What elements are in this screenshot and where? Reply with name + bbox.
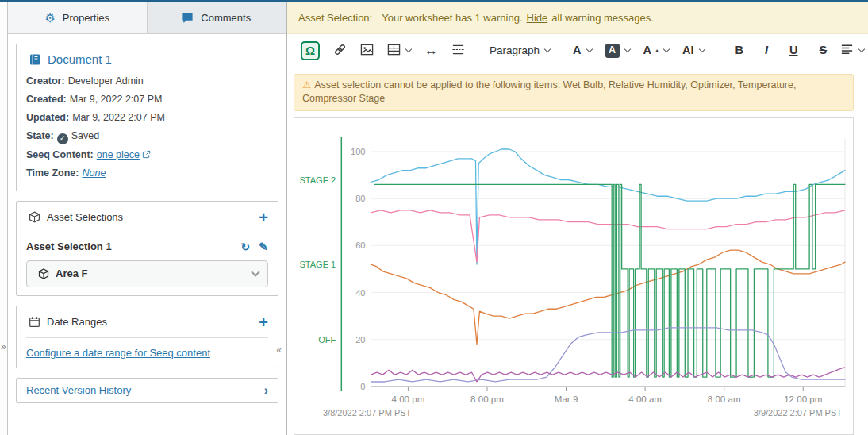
svg-text:60: 60 — [355, 241, 365, 250]
properties-panel: ⚙ Properties Comments Document 1 — [8, 2, 287, 435]
svg-text:4:00 am: 4:00 am — [628, 395, 662, 404]
created-field: Created:Mar 9, 2022 2:07 PM — [26, 90, 268, 109]
date-ranges-title: Date Ranges — [47, 316, 107, 328]
updated-value: Mar 9, 2022 2:07 PM — [72, 112, 165, 123]
state-value: Saved — [71, 130, 99, 141]
chevron-down-icon — [624, 46, 630, 52]
svg-text:8:00 am: 8:00 am — [708, 395, 741, 404]
seeq-content-link[interactable]: one piece — [97, 149, 140, 160]
calendar-icon — [29, 316, 40, 328]
worksheet-warning-bar: Asset Selection: Your worksheet has 1 wa… — [287, 2, 868, 34]
created-value: Mar 9, 2022 2:07 PM — [70, 94, 163, 105]
font-family-icon: AI — [682, 44, 694, 56]
tab-properties-label: Properties — [63, 12, 109, 24]
created-label: Created: — [26, 94, 67, 105]
paragraph-style-select[interactable]: Paragraph — [486, 42, 554, 60]
seeq-logo-icon: Ω — [301, 41, 320, 60]
updated-label: Updated: — [26, 112, 69, 123]
external-link-icon — [142, 150, 151, 159]
chart-time-range: 3/8/2022 2:07 PM PST 3/9/2022 2:07 PM PS… — [298, 407, 850, 419]
chevron-down-icon — [405, 46, 412, 52]
tab-properties[interactable]: ⚙ Properties — [8, 2, 148, 33]
seeq-content-field: Seeq Content:one piece — [26, 146, 268, 164]
document-card: Document 1 Creator:Developer Admin Creat… — [16, 44, 278, 191]
page-break-icon — [451, 43, 465, 58]
chevron-down-icon — [251, 268, 259, 276]
bold-button[interactable]: B — [732, 41, 747, 60]
resize-width-button[interactable]: ↔ — [421, 40, 442, 60]
seeq-app: » ⚙ Properties Comments Documen — [0, 0, 868, 435]
left-collapsed-rail: » — [0, 2, 8, 435]
journal-icon — [29, 53, 41, 66]
chevron-down-icon — [698, 46, 705, 52]
cube-icon — [29, 211, 40, 223]
chevron-down-icon — [544, 46, 551, 52]
insert-table-button[interactable] — [383, 40, 415, 61]
configure-date-range-link[interactable]: Configure a date range for Seeq content — [26, 347, 210, 359]
expand-left-handle[interactable]: » — [1, 341, 6, 352]
updated-field: Updated:Mar 9, 2022 2:07 PM — [26, 109, 268, 127]
warning-bar-suffix: all warning messages. — [551, 12, 654, 24]
chevron-down-icon — [663, 46, 670, 52]
font-color-button[interactable]: A — [569, 41, 595, 60]
add-date-range-button[interactable]: + — [259, 314, 268, 330]
image-icon — [360, 43, 374, 58]
link-icon — [333, 43, 347, 58]
svg-text:8:00 pm: 8:00 pm — [470, 395, 504, 404]
font-size-icon: A — [643, 44, 651, 56]
time-zone-link[interactable]: None — [82, 167, 106, 179]
font-color-icon: A — [573, 44, 581, 56]
paragraph-style-value: Paragraph — [490, 45, 540, 56]
cube-icon — [38, 268, 49, 279]
page-break-button[interactable] — [447, 40, 469, 61]
date-ranges-card: Date Ranges + Configure a date range for… — [16, 306, 278, 368]
saved-check-icon: ✓ — [57, 133, 68, 144]
asset-selections-card: Asset Selections + Asset Selection 1 ↻ ✎… — [16, 201, 278, 296]
asset-selection-warning-text: Asset selection cannot be applied to the… — [302, 79, 796, 104]
time-zone-field: Time Zone:None — [26, 164, 268, 183]
trend-chart[interactable]: 020406080100STAGE 2STAGE 1OFF4:00 pm8:00… — [294, 117, 854, 435]
asset-selection-dropdown[interactable]: Area F — [26, 260, 268, 287]
svg-text:12:00 pm: 12:00 pm — [784, 395, 822, 404]
version-history-label: Recent Version History — [26, 384, 131, 396]
time-zone-label: Time Zone: — [26, 167, 79, 179]
panel-body: Document 1 Creator:Developer Admin Creat… — [8, 34, 286, 435]
chevron-down-icon — [586, 46, 592, 52]
warning-triangle-icon: ⚠ — [302, 79, 311, 90]
font-family-button[interactable]: AI — [678, 41, 709, 60]
chart-canvas[interactable]: 020406080100STAGE 2STAGE 1OFF4:00 pm8:00… — [298, 123, 850, 407]
highlight-color-icon: A — [605, 44, 620, 58]
svg-text:Mar 9: Mar 9 — [555, 395, 578, 404]
add-asset-selection-button[interactable]: + — [259, 210, 268, 225]
edit-asset-selection-icon[interactable]: ✎ — [259, 241, 268, 253]
warning-bar-message: Your worksheet has 1 warning. — [382, 12, 522, 24]
table-icon — [387, 43, 401, 58]
creator-value: Developer Admin — [68, 75, 144, 87]
italic-button[interactable]: I — [761, 41, 772, 60]
alignment-button[interactable] — [836, 40, 868, 61]
creator-field: Creator:Developer Admin — [26, 72, 268, 90]
underline-button[interactable]: U — [785, 41, 801, 60]
font-size-button[interactable]: A ▴ — [639, 41, 674, 60]
strikethrough-button[interactable]: S — [816, 41, 832, 60]
highlight-color-button[interactable]: A — [601, 40, 634, 61]
comment-icon — [182, 12, 194, 24]
insert-link-button[interactable] — [329, 40, 351, 61]
refresh-asset-selection-icon[interactable]: ↻ — [241, 241, 251, 253]
svg-text:STAGE 1: STAGE 1 — [299, 260, 336, 269]
tab-comments-label: Comments — [201, 12, 251, 24]
asset-selection-warning: ⚠Asset selection cannot be applied to th… — [294, 74, 854, 111]
tab-comments[interactable]: Comments — [148, 2, 287, 33]
collapse-panel-handle[interactable]: « — [276, 345, 282, 356]
state-label: State: — [26, 130, 54, 141]
svg-text:OFF: OFF — [318, 334, 336, 344]
svg-text:4:00 pm: 4:00 pm — [392, 395, 425, 404]
asset-selection-name: Asset Selection 1 — [26, 241, 112, 252]
hide-warnings-link[interactable]: Hide — [527, 12, 548, 24]
svg-text:0: 0 — [360, 381, 365, 391]
seeq-content-button[interactable]: Ω — [297, 38, 324, 64]
journal-content: ⚠Asset selection cannot be applied to th… — [287, 67, 868, 435]
font-size-mark: ▴ — [655, 48, 659, 54]
recent-version-history-button[interactable]: Recent Version History › — [16, 378, 278, 403]
insert-image-button[interactable] — [356, 40, 378, 61]
